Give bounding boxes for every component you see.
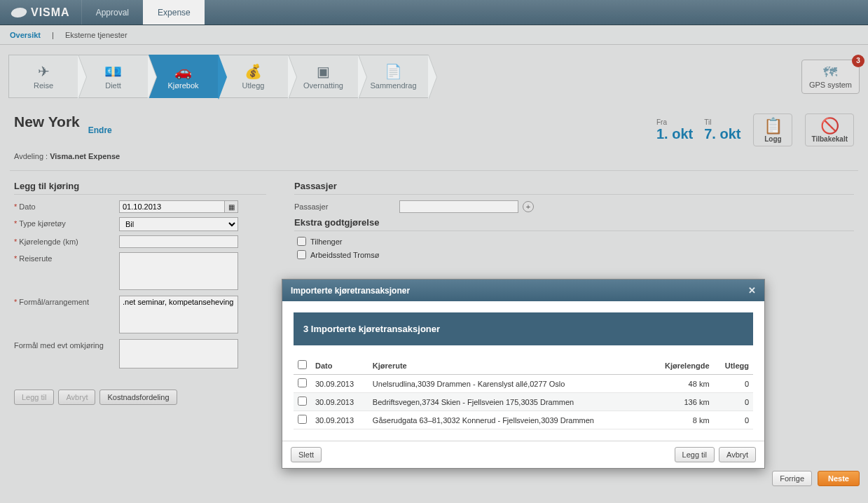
topbar: VISMA Approval Expense <box>0 0 868 25</box>
cost-allocation-button[interactable]: Kostnadsfordeling <box>99 390 177 405</box>
logo: VISMA <box>0 0 81 25</box>
log-button[interactable]: 📋 Logg <box>753 113 792 146</box>
modal-add-button[interactable]: Legg til <box>675 447 715 462</box>
date-from-label: Fra <box>656 118 693 126</box>
date-range: Fra 1. okt Til 7. okt <box>656 118 741 142</box>
row-checkbox[interactable] <box>298 378 307 387</box>
vehicle-select[interactable]: Bil <box>119 217 238 231</box>
col-date: Dato <box>311 357 368 375</box>
car-icon: 🚗 <box>174 63 192 80</box>
step-kjorebok[interactable]: 🚗 Kjørebok <box>149 55 219 98</box>
gps-system-button[interactable]: 🗺 GPS system 3 <box>801 60 860 94</box>
col-route: Kjørerute <box>368 357 649 375</box>
date-input[interactable] <box>119 200 224 213</box>
trailer-checkbox[interactable] <box>297 237 306 246</box>
money-bag-icon: 💰 <box>244 63 262 80</box>
distance-input[interactable] <box>119 235 238 248</box>
date-to: 7. okt <box>704 126 740 142</box>
pillow-icon: ▣ <box>317 63 330 80</box>
table-row[interactable]: 30.09.2013 Bedriftsvegen,3734 Skien - Fj… <box>294 393 753 411</box>
gps-label: GPS system <box>809 81 852 89</box>
tab-approval[interactable]: Approval <box>81 0 143 25</box>
import-table: Dato Kjørerute Kjørelengde Utlegg 30.09.… <box>294 357 753 429</box>
trip-header: New York Endre Fra 1. okt Til 7. okt 📋 L… <box>0 98 868 152</box>
department-line: Avdeling : Visma.net Expense <box>0 152 868 170</box>
close-icon[interactable]: ✕ <box>748 285 756 296</box>
passenger-label: Passasjer <box>294 200 399 211</box>
workplace-checkbox[interactable] <box>297 250 306 259</box>
modal-titlebar: Importerte kjøretransaksjoner ✕ <box>282 280 764 301</box>
logo-swoosh-icon <box>10 8 28 18</box>
vehicle-label: Type kjøretøy <box>14 217 119 228</box>
workflow-steps: ✈ Reise 💶 Diett 🚗 Kjørebok 💰 Utlegg ▣ Ov… <box>0 45 868 98</box>
detour-input[interactable] <box>119 339 238 368</box>
map-icon: 🗺 <box>809 64 852 81</box>
add-driving-heading: Legg til kjøring <box>14 181 266 195</box>
add-passenger-icon[interactable]: + <box>523 201 534 212</box>
step-overnatting[interactable]: ▣ Overnatting <box>289 55 359 98</box>
summary-icon: 📄 <box>385 63 402 80</box>
cancel-button[interactable]: Avbryt <box>58 390 95 405</box>
recalled-button[interactable]: 🚫 Tilbakekalt <box>805 113 854 146</box>
extra-heading: Ekstra godtgjørelse <box>294 217 854 231</box>
detour-label: Formål med evt omkjøring <box>14 339 119 350</box>
modal-delete-button[interactable]: Slett <box>291 447 322 462</box>
trip-title: New York <box>14 113 80 130</box>
date-to-label: Til <box>704 118 740 126</box>
modal-banner: 3 Importerte kjøretransaksjoner <box>294 312 753 345</box>
table-row[interactable]: 30.09.2013 Unelsrudlina,3039 Drammen - K… <box>294 375 753 393</box>
modal-title: Importerte kjøretransaksjoner <box>291 286 410 296</box>
date-from: 1. okt <box>656 126 693 142</box>
passenger-heading: Passasjer <box>294 181 854 195</box>
plane-icon: ✈ <box>38 63 50 80</box>
tab-expense[interactable]: Expense <box>143 0 205 25</box>
step-sammendrag[interactable]: 📄 Sammendrag <box>359 55 429 98</box>
calendar-icon[interactable]: ▦ <box>224 200 238 213</box>
step-diett[interactable]: 💶 Diett <box>78 55 149 98</box>
subnav-external[interactable]: Eksterne tjenester <box>65 31 128 39</box>
next-button[interactable]: Neste <box>818 471 860 486</box>
prev-button[interactable]: Forrige <box>772 471 812 486</box>
modal-cancel-button[interactable]: Avbryt <box>719 447 756 462</box>
import-modal: Importerte kjøretransaksjoner ✕ 3 Import… <box>282 279 765 469</box>
distance-label: Kjørelengde (km) <box>14 235 119 246</box>
subnav-overview[interactable]: Oversikt <box>10 31 41 39</box>
purpose-label: Formål/arrangement <box>14 296 119 306</box>
row-checkbox[interactable] <box>298 397 307 406</box>
subnav: Oversikt | Eksterne tjenester <box>0 25 868 45</box>
trailer-label: Tilhenger <box>310 237 342 246</box>
add-button[interactable]: Legg til <box>14 390 54 405</box>
no-entry-icon: 🚫 <box>811 117 848 135</box>
route-label: Reiserute <box>14 252 119 263</box>
table-row[interactable]: 30.09.2013 Gåserudgata 63–81,3032 Konner… <box>294 411 753 429</box>
step-reise[interactable]: ✈ Reise <box>8 55 78 98</box>
row-checkbox[interactable] <box>298 415 307 424</box>
passenger-input[interactable] <box>399 200 518 213</box>
footer-nav: Forrige Neste <box>772 471 860 486</box>
col-expense: Utlegg <box>714 357 753 375</box>
brand-text: VISMA <box>31 6 70 19</box>
checklist-icon: 📋 <box>759 117 786 135</box>
date-label: Dato <box>14 200 119 211</box>
step-utlegg[interactable]: 💰 Utlegg <box>219 55 289 98</box>
workplace-label: Arbeidssted Tromsø <box>310 251 379 259</box>
route-input[interactable] <box>119 252 238 290</box>
purpose-input[interactable]: .net seminar, kompetanseheving <box>119 296 238 333</box>
col-distance: Kjørelengde <box>649 357 713 375</box>
change-link[interactable]: Endre <box>88 125 112 135</box>
select-all-checkbox[interactable] <box>298 360 307 369</box>
gps-badge: 3 <box>852 55 864 67</box>
money-hand-icon: 💶 <box>104 63 122 80</box>
subnav-divider: | <box>52 31 54 39</box>
